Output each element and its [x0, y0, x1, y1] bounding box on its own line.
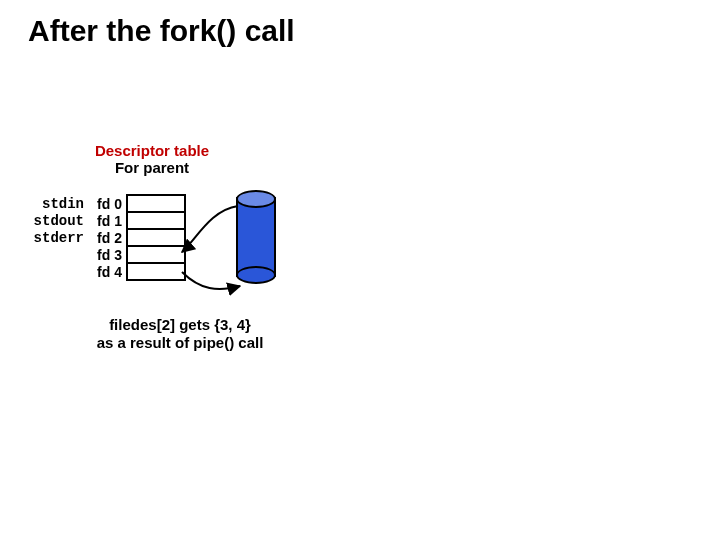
- fd-numbers: fd 0 fd 1 fd 2 fd 3 fd 4: [90, 196, 122, 281]
- label-stderr: stderr: [28, 230, 84, 247]
- fd-cell-1: [128, 213, 184, 230]
- fd-cell-3: [128, 247, 184, 264]
- label-stdout: stdout: [28, 213, 84, 230]
- descriptor-table-heading: Descriptor table For parent: [82, 142, 222, 177]
- descriptor-table: [126, 194, 186, 281]
- label-stdin: stdin: [28, 196, 84, 213]
- stream-labels: stdin stdout stderr: [28, 196, 84, 247]
- slide-title: After the fork() call: [28, 14, 295, 48]
- fd-cell-0: [128, 196, 184, 213]
- caption-line-2: as a result of pipe() call: [97, 334, 264, 351]
- pipe-caption: filedes[2] gets {3, 4} as a result of pi…: [80, 316, 280, 352]
- descriptor-table-title: Descriptor table: [95, 142, 209, 159]
- label-fd1: fd 1: [90, 213, 122, 230]
- descriptor-table-subtitle: For parent: [115, 159, 189, 176]
- label-fd3: fd 3: [90, 247, 122, 264]
- pipe-buffer-cylinder: [236, 190, 276, 284]
- cylinder-bottom: [236, 266, 276, 284]
- cylinder-body: [236, 197, 276, 277]
- caption-line-1: filedes[2] gets {3, 4}: [109, 316, 251, 333]
- label-fd0: fd 0: [90, 196, 122, 213]
- label-fd2: fd 2: [90, 230, 122, 247]
- arrow-fd4-write: [182, 272, 240, 289]
- label-fd4: fd 4: [90, 264, 122, 281]
- arrow-fd3-read: [182, 206, 238, 252]
- fd-cell-4: [128, 264, 184, 281]
- cylinder-top: [236, 190, 276, 208]
- fd-cell-2: [128, 230, 184, 247]
